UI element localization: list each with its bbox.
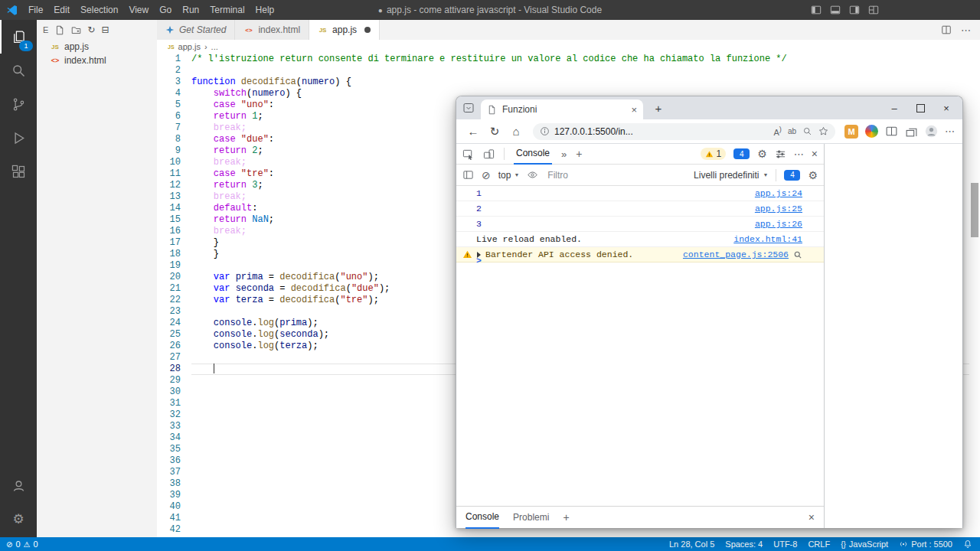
menu-help[interactable]: Help xyxy=(250,0,280,20)
browser-tab[interactable]: Funzioni × xyxy=(481,99,643,119)
file-item-appjs[interactable]: JS app.js xyxy=(37,40,157,54)
clear-console-icon[interactable]: ⊘ xyxy=(482,170,491,181)
explorer-icon[interactable]: 1 xyxy=(0,20,37,54)
menu-terminal[interactable]: Terminal xyxy=(204,0,250,20)
drawer-tab-problems[interactable]: Problemi xyxy=(513,507,549,529)
unsaved-dot-icon[interactable] xyxy=(364,27,371,33)
status-live-server[interactable]: Port : 5500 xyxy=(899,540,952,549)
devtools-settings-gear-icon[interactable]: ⚙ xyxy=(757,148,767,159)
console-messages-counter[interactable]: 4 xyxy=(733,148,750,159)
add-tool-icon[interactable]: + xyxy=(576,148,582,160)
back-icon[interactable]: ← xyxy=(464,122,482,141)
read-aloud-icon[interactable]: A) xyxy=(773,126,781,137)
tab-actions-icon[interactable] xyxy=(462,102,475,114)
console-filter-input[interactable] xyxy=(546,169,686,181)
menu-selection[interactable]: Selection xyxy=(75,0,123,20)
split-editor-icon[interactable] xyxy=(941,24,952,35)
drawer-tab-console[interactable]: Console xyxy=(466,507,499,529)
drawer-add-icon[interactable]: + xyxy=(563,511,569,523)
toggle-sidebar-icon[interactable] xyxy=(811,5,822,15)
console-row[interactable]: 1app.js:24 xyxy=(456,186,824,201)
console-prompt[interactable]: > xyxy=(456,253,824,268)
customize-layout-icon[interactable] xyxy=(868,5,879,15)
code-line[interactable]: function decodifica(numero) { xyxy=(191,77,969,88)
file-item-indexhtml[interactable]: <> index.html xyxy=(37,54,157,67)
console-settings-gear-icon[interactable]: ⚙ xyxy=(808,170,818,181)
live-expression-eye-icon[interactable] xyxy=(527,169,538,181)
drawer-close-icon[interactable]: × xyxy=(808,511,815,523)
new-tab-button[interactable]: + xyxy=(651,100,666,116)
tab-get-started[interactable]: Get Started xyxy=(157,20,235,40)
console-row[interactable]: 2app.js:25 xyxy=(456,201,824,217)
devtools-menu-icon[interactable]: ⋯ xyxy=(794,148,804,160)
new-folder-icon[interactable] xyxy=(71,25,81,35)
window-maximize-button[interactable] xyxy=(907,96,933,119)
status-encoding[interactable]: UTF-8 xyxy=(773,540,797,549)
breadcrumb-more[interactable]: ... xyxy=(211,42,218,51)
device-toolbar-icon[interactable] xyxy=(483,148,495,160)
collections-icon[interactable] xyxy=(905,125,918,138)
accounts-icon[interactable] xyxy=(0,468,37,502)
console-row[interactable]: 3app.js:26 xyxy=(456,217,824,232)
devtools-close-icon[interactable]: × xyxy=(812,148,818,160)
status-problems[interactable]: ⊘ 0 ⚠ 0 xyxy=(6,540,38,549)
code-line[interactable] xyxy=(191,65,969,77)
run-debug-icon[interactable] xyxy=(0,121,37,155)
collapse-all-icon[interactable]: ⊟ xyxy=(101,25,109,34)
extension-m-icon[interactable]: M xyxy=(844,125,858,139)
settings-gear-icon[interactable]: ⚙ xyxy=(0,502,37,536)
extension-colorful-icon[interactable] xyxy=(865,125,878,138)
refresh-explorer-icon[interactable]: ↻ xyxy=(87,25,95,34)
window-minimize-button[interactable]: – xyxy=(881,96,907,119)
console-row[interactable]: Live reload enabled.index.html:41 xyxy=(456,232,824,247)
browser-menu-icon[interactable]: ⋯ xyxy=(945,126,955,137)
customize-sliders-icon[interactable] xyxy=(775,148,786,160)
notifications-bell-icon[interactable] xyxy=(963,540,972,549)
address-bar[interactable]: 127.0.0.1:5500/in... A) ab xyxy=(533,123,835,140)
status-eol[interactable]: CRLF xyxy=(808,540,830,549)
address-text[interactable]: 127.0.0.1:5500/in... xyxy=(554,126,633,137)
home-icon[interactable]: ⌂ xyxy=(507,122,525,141)
more-tabs-icon[interactable]: » xyxy=(561,148,567,160)
extensions-icon[interactable] xyxy=(0,155,37,188)
search-icon[interactable] xyxy=(0,54,37,87)
tab-index-html[interactable]: <> index.html xyxy=(235,20,309,40)
breadcrumb[interactable]: JS app.js › ... xyxy=(157,40,980,54)
source-location-link[interactable]: app.js:24 xyxy=(755,188,802,198)
source-location-link[interactable]: app.js:25 xyxy=(755,204,802,214)
page-viewport[interactable] xyxy=(825,144,962,528)
status-cursor-position[interactable]: Ln 28, Col 5 xyxy=(669,540,714,549)
favorite-star-icon[interactable] xyxy=(818,126,828,136)
toggle-panel-icon[interactable] xyxy=(830,5,841,15)
devtools-tab-console[interactable]: Console xyxy=(514,144,552,165)
menu-view[interactable]: View xyxy=(123,0,154,20)
profile-avatar[interactable] xyxy=(925,125,938,138)
menu-edit[interactable]: Edit xyxy=(48,0,75,20)
refresh-icon[interactable]: ↻ xyxy=(485,122,504,141)
zoom-icon[interactable] xyxy=(802,126,812,136)
code-line[interactable]: /* l'istruzione return consente di termi… xyxy=(191,54,969,65)
menu-file[interactable]: File xyxy=(23,0,48,20)
tab-app-js[interactable]: JS app.js xyxy=(309,20,380,40)
site-info-icon[interactable] xyxy=(540,126,550,136)
split-screen-icon[interactable] xyxy=(885,125,898,138)
inspect-element-icon[interactable] xyxy=(462,148,474,160)
context-selector[interactable]: top ▼ xyxy=(498,170,520,181)
issues-counter[interactable]: 1 xyxy=(701,148,727,160)
source-location-link[interactable]: app.js:26 xyxy=(755,219,802,229)
window-close-button[interactable]: × xyxy=(933,96,959,119)
translate-icon[interactable]: ab xyxy=(788,127,796,135)
status-language[interactable]: {} JavaScript xyxy=(841,540,888,549)
editor-scrollbar[interactable] xyxy=(971,183,978,237)
menu-go[interactable]: Go xyxy=(154,0,177,20)
toggle-secondary-sidebar-icon[interactable] xyxy=(849,5,860,15)
editor-more-actions-icon[interactable]: ⋯ xyxy=(961,24,971,36)
new-file-icon[interactable] xyxy=(55,25,65,35)
status-indentation[interactable]: Spaces: 4 xyxy=(725,540,763,549)
console-sidebar-icon[interactable] xyxy=(462,169,474,181)
menu-run[interactable]: Run xyxy=(177,0,204,20)
tab-close-icon[interactable]: × xyxy=(631,104,637,116)
source-location-link[interactable]: index.html:41 xyxy=(733,234,802,244)
breadcrumb-file[interactable]: app.js xyxy=(178,42,201,51)
log-levels-selector[interactable]: Livelli predefiniti ▼ xyxy=(694,170,768,181)
